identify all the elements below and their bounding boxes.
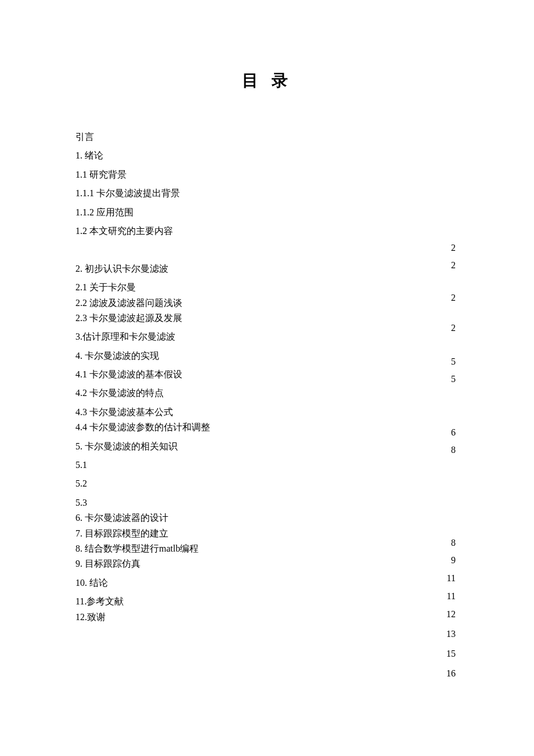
page-number: 5 — [446, 357, 456, 367]
toc-entry: 3.估计原理和卡尔曼滤波 — [75, 330, 366, 343]
page-number: 12 — [446, 609, 456, 620]
toc-entry: 5.1 — [75, 459, 366, 471]
page-number: 5 — [446, 374, 456, 384]
page-number: 2 — [446, 293, 456, 303]
page-number: 6 — [446, 427, 456, 438]
toc-entry: 7. 目标跟踪模型的建立 — [75, 527, 366, 540]
toc-entry: 6. 卡尔曼滤波器的设计 — [75, 512, 366, 524]
page-number: 2 — [446, 243, 456, 253]
toc-entry: 8. 结合数学模型进行matlb编程 — [75, 542, 366, 555]
toc-entry: 10. 结论 — [75, 577, 366, 589]
toc-entry: 4.1 卡尔曼滤波的基本假设 — [75, 368, 366, 381]
toc-entries: 引言 1. 绪论 1.1 研究背景 1.1.1 卡尔曼滤波提出背景 1.1.2 … — [75, 131, 366, 629]
toc-entry: 1.1 研究背景 — [75, 168, 366, 181]
toc-entry: 4. 卡尔曼滤波的实现 — [75, 350, 366, 362]
toc-entry: 5.2 — [75, 477, 366, 490]
document-page: 目 录 引言 1. 绪论 1.1 研究背景 1.1.1 卡尔曼滤波提出背景 1.… — [0, 0, 534, 179]
page-number: 8 — [446, 445, 456, 455]
toc-entry — [75, 243, 366, 256]
page-number: 13 — [446, 629, 456, 639]
toc-entry: 2. 初步认识卡尔曼滤波 — [75, 262, 366, 275]
toc-entry: 5. 卡尔曼滤波的相关知识 — [75, 440, 366, 453]
toc-entry: 1.2 本文研究的主要内容 — [75, 225, 366, 237]
toc-entry: 4.3 卡尔曼滤波基本公式 — [75, 406, 366, 419]
toc-entry: 1. 绪论 — [75, 149, 366, 162]
page-number: 15 — [446, 649, 456, 659]
toc-entry: 引言 — [75, 131, 366, 143]
toc-entry: 4.4 卡尔曼滤波参数的估计和调整 — [75, 421, 366, 434]
toc-entry: 12.致谢 — [75, 611, 366, 624]
page-number: 11 — [446, 573, 456, 584]
toc-entry: 9. 目标跟踪仿真 — [75, 557, 366, 570]
toc-entry: 4.2 卡尔曼滤波的特点 — [75, 387, 366, 399]
toc-entry: 2.2 滤波及滤波器问题浅谈 — [75, 297, 366, 309]
toc-entry: 1.1.1 卡尔曼滤波提出背景 — [75, 187, 366, 200]
toc-entry: 5.3 — [75, 496, 366, 509]
toc-entry: 2.1 关于卡尔曼 — [75, 281, 366, 294]
page-number: 9 — [446, 555, 456, 566]
page-numbers-column: 2 2 2 2 5 5 6 8 8 9 11 11 12 13 15 16 — [446, 243, 456, 688]
page-number: 2 — [446, 260, 456, 271]
toc-entry: 1.1.2 应用范围 — [75, 206, 366, 219]
page-number: 8 — [446, 538, 456, 548]
page-number: 2 — [446, 323, 456, 333]
toc-title: 目 录 — [75, 70, 459, 92]
page-number: 16 — [446, 668, 456, 679]
page-number: 11 — [446, 591, 456, 602]
toc-entry: 11.参考文献 — [75, 595, 366, 608]
toc-entry: 2.3 卡尔曼滤波起源及发展 — [75, 312, 366, 325]
